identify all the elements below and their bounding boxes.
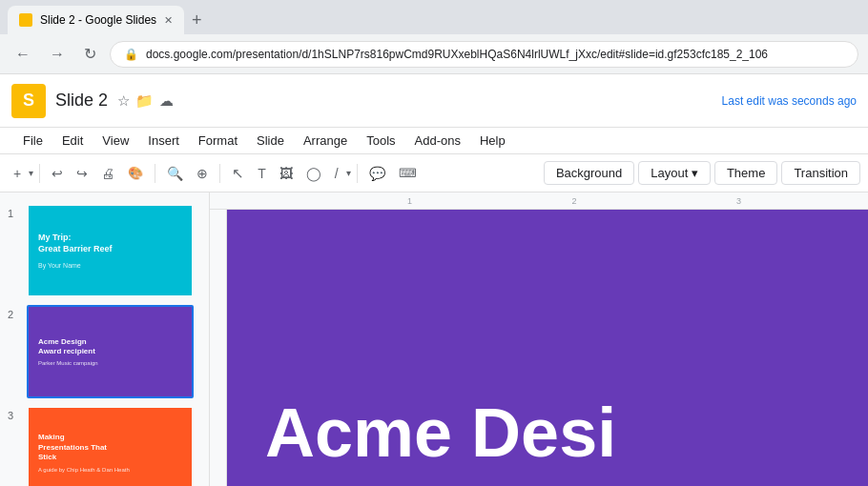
main-area: 1 My Trip:Great Barrier Reef By Your Nam… <box>0 192 868 486</box>
slide-item-1[interactable]: 1 My Trip:Great Barrier Reef By Your Nam… <box>0 200 209 301</box>
undo-button[interactable]: ↩ <box>46 162 69 185</box>
menu-insert[interactable]: Insert <box>140 131 187 151</box>
toolbar-sep-4 <box>357 164 358 183</box>
menu-edit[interactable]: Edit <box>54 131 91 151</box>
slide-thumb-1[interactable]: My Trip:Great Barrier Reef By Your Name <box>27 204 194 297</box>
ruler-vertical <box>210 210 227 486</box>
menu-view[interactable]: View <box>94 131 136 151</box>
title-icons: ☆ 📁 ☁ <box>117 92 174 110</box>
menu-slide[interactable]: Slide <box>249 131 292 151</box>
address-bar-row: ← → ↻ 🔒 docs.google.com/presentation/d/1… <box>0 34 868 74</box>
slide-canvas: Acme Desi <box>227 210 868 486</box>
toolbar-sep-2 <box>155 164 155 183</box>
doc-title[interactable]: Slide 2 <box>55 91 108 111</box>
menu-tools[interactable]: Tools <box>359 131 403 151</box>
toolbar-right: Background Layout ▾ Theme Transition <box>544 161 860 185</box>
print-button[interactable]: 🖨 <box>95 162 120 185</box>
zoom-out-button[interactable]: 🔍 <box>161 162 189 185</box>
slide-thumb-3-inner: MakingPresentations ThatStick A guide by… <box>29 408 192 486</box>
transition-button[interactable]: Transition <box>781 161 860 185</box>
shape-tool[interactable]: ◯ <box>300 162 327 185</box>
slide-thumb-2-inner: Acme DesignAward recipient Parker Music … <box>29 307 192 396</box>
layout-button[interactable]: Layout ▾ <box>638 161 711 185</box>
slide-2-sub: Parker Music campaign <box>38 360 182 366</box>
app-icon: S <box>11 84 46 118</box>
back-button[interactable]: ← <box>10 42 36 67</box>
slides-panel: 1 My Trip:Great Barrier Reef By Your Nam… <box>0 192 210 486</box>
paint-format-button[interactable]: 🎨 <box>122 162 149 184</box>
toolbar: + ▾ ↩ ↪ 🖨 🎨 🔍 ⊕ ↖ T 🖼 ◯ / ▾ 💬 ⌨ Backgrou… <box>0 154 868 192</box>
slide-thumb-3[interactable]: MakingPresentations ThatStick A guide by… <box>27 406 194 486</box>
redo-button[interactable]: ↪ <box>71 162 93 185</box>
folder-icon[interactable]: 📁 <box>135 92 154 110</box>
slide-main-text: Acme Desi <box>227 379 868 486</box>
slide-3-sub: A guide by Chip Heath & Dan Heath <box>38 467 182 473</box>
slide-thumb-1-inner: My Trip:Great Barrier Reef By Your Name <box>29 206 192 295</box>
comment-tool[interactable]: 💬 <box>363 162 391 185</box>
theme-button[interactable]: Theme <box>714 161 777 185</box>
slide-2-title: Acme DesignAward recipient <box>38 337 182 357</box>
toolbar-sep-1 <box>39 164 40 183</box>
menu-help[interactable]: Help <box>472 131 513 151</box>
current-slide[interactable]: Acme Desi <box>227 210 868 486</box>
menu-addons[interactable]: Add-ons <box>407 131 468 151</box>
line-dropdown-icon[interactable]: ▾ <box>346 168 351 178</box>
background-button[interactable]: Background <box>544 161 634 185</box>
slide-1-title: My Trip:Great Barrier Reef <box>38 233 182 254</box>
canvas-area: 1 2 3 Acme Desi <box>210 192 868 486</box>
image-tool[interactable]: 🖼 <box>274 162 299 185</box>
menu-bar: File Edit View Insert Format Slide Arran… <box>0 128 868 154</box>
textbox-tool[interactable]: T <box>252 162 272 185</box>
app-bar: S Slide 2 ☆ 📁 ☁ Last edit was seconds ag… <box>0 74 868 128</box>
slide-item-3[interactable]: 3 MakingPresentations ThatStick A guide … <box>0 402 209 486</box>
address-text: docs.google.com/presentation/d/1hSLNP7rs… <box>146 48 768 61</box>
browser-chrome: Slide 2 - Google Slides ✕ + <box>0 0 868 34</box>
active-tab[interactable]: Slide 2 - Google Slides ✕ <box>8 6 184 34</box>
add-dropdown-icon[interactable]: ▾ <box>29 168 33 178</box>
lock-icon: 🔒 <box>124 48 138 61</box>
add-button[interactable]: + <box>8 162 27 185</box>
slide-item-2[interactable]: 2 Acme DesignAward recipient Parker Musi… <box>0 301 209 402</box>
slide-1-sub: By Your Name <box>38 262 182 269</box>
menu-arrange[interactable]: Arrange <box>296 131 355 151</box>
app-icon-letter: S <box>23 91 34 111</box>
cloud-icon[interactable]: ☁ <box>159 92 174 110</box>
toolbar-sep-3 <box>219 164 220 183</box>
ruler-mark-2: 2 <box>572 196 577 206</box>
tab-close-button[interactable]: ✕ <box>164 14 173 27</box>
cursor-tool[interactable]: ↖ <box>226 161 250 186</box>
slide-thumb-2[interactable]: Acme DesignAward recipient Parker Music … <box>27 305 194 398</box>
tab-label: Slide 2 - Google Slides <box>40 13 156 27</box>
refresh-button[interactable]: ↻ <box>78 41 102 67</box>
menu-file[interactable]: File <box>15 131 51 151</box>
slide-3-title: MakingPresentations ThatStick <box>38 433 182 462</box>
slide-num-2: 2 <box>8 305 21 320</box>
new-tab-button[interactable]: + <box>184 7 210 34</box>
slide-num-1: 1 <box>8 204 21 219</box>
line-tool[interactable]: / <box>329 162 344 185</box>
forward-button[interactable]: → <box>44 42 71 67</box>
address-box[interactable]: 🔒 docs.google.com/presentation/d/1hSLNP7… <box>110 41 858 68</box>
keyboard-tool[interactable]: ⌨ <box>393 162 423 184</box>
tab-favicon <box>19 13 32 27</box>
ruler-mark-1: 1 <box>407 196 412 206</box>
tab-bar: Slide 2 - Google Slides ✕ + <box>8 0 210 34</box>
menu-format[interactable]: Format <box>191 131 245 151</box>
star-icon[interactable]: ☆ <box>117 92 130 110</box>
last-edit-text: Last edit was seconds ago <box>722 94 857 108</box>
ruler-horizontal: 1 2 3 <box>210 192 868 210</box>
slide-num-3: 3 <box>8 406 21 421</box>
ruler-mark-3: 3 <box>736 196 741 206</box>
zoom-in-button[interactable]: ⊕ <box>191 162 214 185</box>
